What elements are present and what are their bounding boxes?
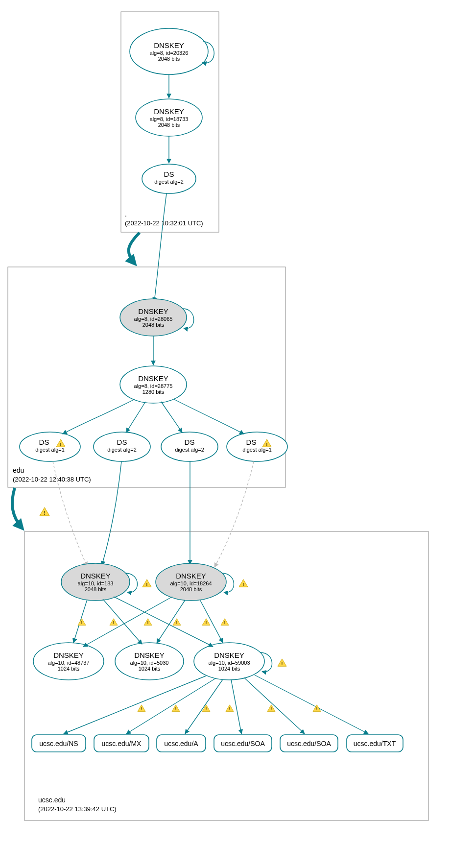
- warning-icon: [138, 705, 145, 712]
- rrset-mx[interactable]: ucsc.edu/MX: [94, 735, 149, 752]
- warning-icon: [78, 619, 86, 626]
- svg-text:DNSKEY: DNSKEY: [154, 41, 184, 49]
- svg-text:alg=10, id=18264: alg=10, id=18264: [170, 580, 212, 586]
- warning-icon: [144, 619, 152, 626]
- svg-text:ucsc.edu/SOA: ucsc.edu/SOA: [221, 740, 265, 747]
- svg-text:digest alg=2: digest alg=2: [175, 447, 204, 453]
- node-ucsc-zsk2[interactable]: DNSKEY alg=10, id=5030 1024 bits: [115, 643, 184, 680]
- warning-icon: [40, 507, 49, 516]
- node-edu-ksk[interactable]: DNSKEY alg=8, id=28065 2048 bits: [120, 299, 187, 336]
- svg-text:DNSKEY: DNSKEY: [53, 651, 84, 659]
- svg-text:alg=8, id=28775: alg=8, id=28775: [134, 383, 173, 389]
- edge: [244, 677, 305, 734]
- warning-icon: [142, 579, 151, 587]
- svg-text:ucsc.edu/MX: ucsc.edu/MX: [102, 740, 142, 747]
- svg-text:1280 bits: 1280 bits: [142, 389, 165, 395]
- svg-text:DNSKEY: DNSKEY: [214, 651, 244, 659]
- edge: [64, 676, 206, 734]
- node-ucsc-ksk1[interactable]: DNSKEY alg=10, id=183 2048 bits: [61, 563, 130, 601]
- rrset-soa2[interactable]: ucsc.edu/SOA: [280, 735, 338, 752]
- svg-text:digest alg=2: digest alg=2: [154, 179, 184, 185]
- zone-root: . (2022-10-22 10:32:01 UTC) DNSKEY alg=8…: [121, 12, 219, 232]
- zone-edu-timestamp: (2022-10-22 12:40:38 UTC): [13, 476, 91, 483]
- warning-icon: [202, 705, 210, 712]
- svg-text:ucsc.edu/TXT: ucsc.edu/TXT: [354, 740, 396, 747]
- edge: [102, 461, 121, 565]
- edge: [154, 193, 166, 302]
- svg-text:alg=8, id=20326: alg=8, id=20326: [150, 50, 189, 56]
- svg-text:alg=10, id=48737: alg=10, id=48737: [47, 660, 89, 666]
- warning-icon: [239, 579, 248, 587]
- svg-text:1024 bits: 1024 bits: [139, 666, 161, 672]
- rrset-soa1[interactable]: ucsc.edu/SOA: [214, 735, 272, 752]
- svg-text:digest alg=1: digest alg=1: [35, 447, 65, 453]
- svg-text:DNSKEY: DNSKEY: [154, 107, 184, 116]
- edge: [174, 399, 244, 434]
- svg-text:2048 bits: 2048 bits: [158, 56, 180, 62]
- svg-text:DNSKEY: DNSKEY: [138, 307, 168, 315]
- svg-text:1024 bits: 1024 bits: [218, 666, 240, 672]
- svg-text:DS: DS: [185, 438, 195, 446]
- svg-text:2048 bits: 2048 bits: [142, 322, 165, 328]
- svg-text:digest alg=1: digest alg=1: [242, 447, 272, 453]
- edge: [103, 599, 142, 644]
- svg-text:ucsc.edu/NS: ucsc.edu/NS: [39, 740, 78, 747]
- edge: [63, 399, 135, 434]
- svg-text:alg=10, id=5030: alg=10, id=5030: [130, 660, 169, 666]
- zone-root-label: .: [125, 210, 127, 218]
- svg-text:DS: DS: [117, 438, 127, 446]
- edge: [231, 680, 241, 734]
- edge: [126, 402, 145, 433]
- delegation-arrow: [129, 233, 140, 264]
- svg-text:DS: DS: [164, 170, 174, 178]
- edge: [185, 679, 223, 734]
- svg-text:2048 bits: 2048 bits: [180, 586, 202, 592]
- zone-edu-label: edu: [13, 466, 24, 474]
- edge: [255, 675, 368, 734]
- svg-text:2048 bits: 2048 bits: [158, 122, 180, 128]
- warning-icon: [226, 705, 234, 712]
- warning-icon: [173, 619, 181, 626]
- svg-text:ucsc.edu/SOA: ucsc.edu/SOA: [287, 740, 331, 747]
- svg-text:ucsc.edu/A: ucsc.edu/A: [164, 740, 198, 747]
- zone-edu: edu (2022-10-22 12:40:38 UTC) DNSKEY alg…: [8, 267, 287, 487]
- svg-text:alg=8, id=18733: alg=8, id=18733: [150, 116, 189, 122]
- svg-text:DNSKEY: DNSKEY: [80, 572, 111, 580]
- edge: [114, 597, 213, 647]
- node-edu-ds2[interactable]: DS digest alg=2: [94, 432, 150, 461]
- svg-text:1024 bits: 1024 bits: [58, 666, 80, 672]
- zone-root-timestamp: (2022-10-22 10:32:01 UTC): [125, 219, 203, 227]
- svg-text:alg=8, id=28065: alg=8, id=28065: [134, 316, 173, 322]
- node-root-ksk[interactable]: DNSKEY alg=8, id=20326 2048 bits: [130, 28, 208, 74]
- node-root-zsk[interactable]: DNSKEY alg=8, id=18733 2048 bits: [136, 99, 202, 136]
- svg-text:alg=10, id=183: alg=10, id=183: [78, 580, 114, 586]
- warning-icon: [278, 659, 286, 666]
- node-edu-ds4[interactable]: DS digest alg=1: [227, 432, 287, 461]
- zone-ucsc-timestamp: (2022-10-22 13:39:42 UTC): [38, 805, 117, 813]
- svg-text:2048 bits: 2048 bits: [85, 586, 107, 592]
- warning-icon: [172, 705, 180, 712]
- node-ucsc-zsk1[interactable]: DNSKEY alg=10, id=48737 1024 bits: [33, 643, 104, 680]
- rrset-txt[interactable]: ucsc.edu/TXT: [347, 735, 403, 752]
- delegation-arrow: [12, 488, 22, 528]
- node-ucsc-ksk2[interactable]: DNSKEY alg=10, id=18264 2048 bits: [156, 563, 226, 601]
- node-edu-ds3[interactable]: DS digest alg=2: [161, 432, 218, 461]
- svg-text:digest alg=2: digest alg=2: [107, 447, 137, 453]
- rrset-ns[interactable]: ucsc.edu/NS: [32, 735, 86, 752]
- zone-ucsc: ucsc.edu (2022-10-22 13:39:42 UTC) DNSKE…: [24, 531, 428, 820]
- node-root-ds[interactable]: DS digest alg=2: [142, 164, 196, 193]
- svg-text:alg=10, id=59003: alg=10, id=59003: [208, 660, 250, 666]
- svg-text:DS: DS: [39, 438, 49, 446]
- node-edu-ds1[interactable]: DS digest alg=1: [20, 432, 80, 461]
- edge-dashed: [214, 461, 254, 567]
- edge: [200, 600, 223, 643]
- node-edu-zsk[interactable]: DNSKEY alg=8, id=28775 1280 bits: [120, 366, 187, 403]
- svg-text:DNSKEY: DNSKEY: [176, 572, 206, 580]
- svg-text:DS: DS: [246, 438, 257, 446]
- svg-text:DNSKEY: DNSKEY: [138, 374, 168, 383]
- warning-icon: [202, 619, 210, 626]
- svg-text:DNSKEY: DNSKEY: [134, 651, 165, 659]
- edge: [126, 678, 215, 734]
- node-ucsc-zsk3[interactable]: DNSKEY alg=10, id=59003 1024 bits: [194, 643, 264, 680]
- rrset-a[interactable]: ucsc.edu/A: [157, 735, 206, 752]
